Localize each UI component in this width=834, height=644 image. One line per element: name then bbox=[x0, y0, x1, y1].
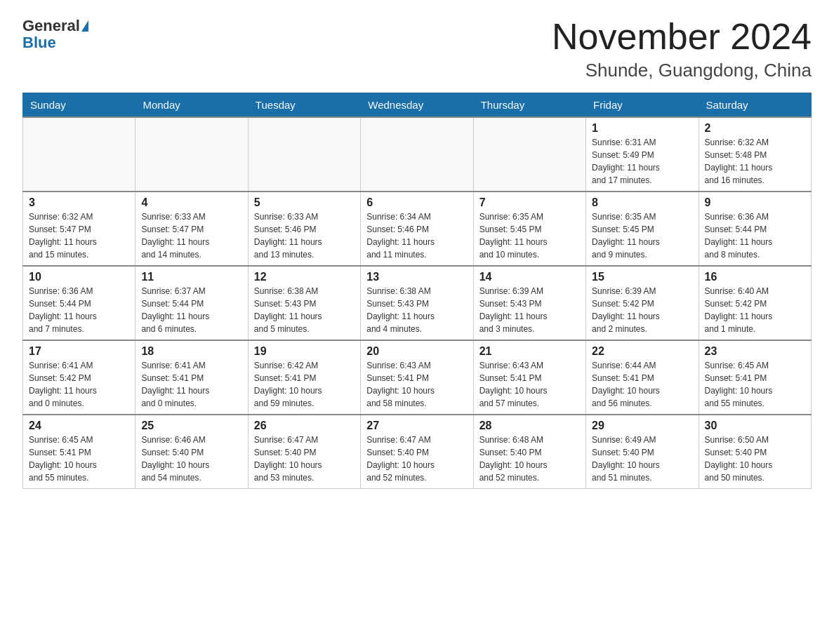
day-info: Sunrise: 6:41 AM Sunset: 5:42 PM Dayligh… bbox=[29, 359, 129, 410]
day-number: 6 bbox=[366, 196, 467, 209]
day-info: Sunrise: 6:33 AM Sunset: 5:46 PM Dayligh… bbox=[254, 210, 355, 261]
calendar-cell-w2d6: 16Sunrise: 6:40 AM Sunset: 5:42 PM Dayli… bbox=[699, 266, 811, 340]
calendar-cell-w1d4: 7Sunrise: 6:35 AM Sunset: 5:45 PM Daylig… bbox=[473, 192, 585, 266]
calendar-cell-w4d1: 25Sunrise: 6:46 AM Sunset: 5:40 PM Dayli… bbox=[135, 415, 248, 489]
day-number: 13 bbox=[366, 271, 467, 283]
calendar-header-tuesday: Tuesday bbox=[248, 93, 360, 118]
day-info: Sunrise: 6:37 AM Sunset: 5:44 PM Dayligh… bbox=[141, 285, 241, 335]
calendar-cell-w1d5: 8Sunrise: 6:35 AM Sunset: 5:45 PM Daylig… bbox=[586, 192, 699, 266]
day-info: Sunrise: 6:38 AM Sunset: 5:43 PM Dayligh… bbox=[366, 285, 467, 335]
day-number: 21 bbox=[479, 345, 580, 358]
day-info: Sunrise: 6:50 AM Sunset: 5:40 PM Dayligh… bbox=[705, 434, 805, 484]
day-info: Sunrise: 6:45 AM Sunset: 5:41 PM Dayligh… bbox=[29, 434, 129, 484]
day-number: 30 bbox=[705, 420, 805, 432]
day-number: 2 bbox=[705, 122, 805, 135]
day-info: Sunrise: 6:36 AM Sunset: 5:44 PM Dayligh… bbox=[705, 210, 805, 261]
calendar-cell-w1d0: 3Sunrise: 6:32 AM Sunset: 5:47 PM Daylig… bbox=[23, 192, 135, 266]
calendar-week-row-3: 17Sunrise: 6:41 AM Sunset: 5:42 PM Dayli… bbox=[23, 340, 812, 415]
calendar-cell-w1d2: 5Sunrise: 6:33 AM Sunset: 5:46 PM Daylig… bbox=[248, 192, 360, 266]
calendar-week-row-0: 1Sunrise: 6:31 AM Sunset: 5:49 PM Daylig… bbox=[23, 117, 812, 192]
calendar-cell-w4d5: 29Sunrise: 6:49 AM Sunset: 5:40 PM Dayli… bbox=[586, 415, 699, 489]
calendar-week-row-4: 24Sunrise: 6:45 AM Sunset: 5:41 PM Dayli… bbox=[23, 415, 812, 489]
title-area: November 2024 Shunde, Guangdong, China bbox=[552, 17, 812, 81]
logo-arrow-icon bbox=[81, 20, 88, 32]
calendar-cell-w3d1: 18Sunrise: 6:41 AM Sunset: 5:41 PM Dayli… bbox=[135, 340, 248, 415]
day-info: Sunrise: 6:43 AM Sunset: 5:41 PM Dayligh… bbox=[366, 359, 467, 410]
calendar-cell-w0d2 bbox=[248, 117, 360, 192]
calendar-header-row: SundayMondayTuesdayWednesdayThursdayFrid… bbox=[23, 93, 812, 118]
day-info: Sunrise: 6:33 AM Sunset: 5:47 PM Dayligh… bbox=[141, 210, 241, 261]
day-info: Sunrise: 6:34 AM Sunset: 5:46 PM Dayligh… bbox=[366, 210, 467, 261]
calendar-cell-w1d1: 4Sunrise: 6:33 AM Sunset: 5:47 PM Daylig… bbox=[135, 192, 248, 266]
calendar-header-saturday: Saturday bbox=[699, 93, 811, 118]
day-number: 1 bbox=[592, 122, 692, 135]
day-info: Sunrise: 6:49 AM Sunset: 5:40 PM Dayligh… bbox=[592, 434, 692, 484]
calendar-cell-w2d1: 11Sunrise: 6:37 AM Sunset: 5:44 PM Dayli… bbox=[135, 266, 248, 340]
day-info: Sunrise: 6:48 AM Sunset: 5:40 PM Dayligh… bbox=[479, 434, 580, 484]
day-number: 12 bbox=[254, 271, 355, 283]
calendar-cell-w3d5: 22Sunrise: 6:44 AM Sunset: 5:41 PM Dayli… bbox=[586, 340, 699, 415]
day-number: 27 bbox=[366, 420, 467, 432]
calendar-cell-w2d2: 12Sunrise: 6:38 AM Sunset: 5:43 PM Dayli… bbox=[248, 266, 360, 340]
day-info: Sunrise: 6:47 AM Sunset: 5:40 PM Dayligh… bbox=[254, 434, 355, 484]
calendar-cell-w4d0: 24Sunrise: 6:45 AM Sunset: 5:41 PM Dayli… bbox=[23, 415, 135, 489]
day-number: 8 bbox=[592, 196, 692, 209]
calendar-cell-w3d3: 20Sunrise: 6:43 AM Sunset: 5:41 PM Dayli… bbox=[361, 340, 473, 415]
calendar-cell-w0d5: 1Sunrise: 6:31 AM Sunset: 5:49 PM Daylig… bbox=[586, 117, 699, 192]
day-number: 16 bbox=[705, 271, 805, 283]
calendar-cell-w2d4: 14Sunrise: 6:39 AM Sunset: 5:43 PM Dayli… bbox=[473, 266, 585, 340]
day-info: Sunrise: 6:35 AM Sunset: 5:45 PM Dayligh… bbox=[592, 210, 692, 261]
calendar-cell-w2d3: 13Sunrise: 6:38 AM Sunset: 5:43 PM Dayli… bbox=[361, 266, 473, 340]
logo-blue-text: Blue bbox=[22, 34, 56, 52]
calendar-cell-w4d4: 28Sunrise: 6:48 AM Sunset: 5:40 PM Dayli… bbox=[473, 415, 585, 489]
day-info: Sunrise: 6:46 AM Sunset: 5:40 PM Dayligh… bbox=[141, 434, 241, 484]
logo: General Blue bbox=[22, 17, 90, 52]
day-info: Sunrise: 6:39 AM Sunset: 5:42 PM Dayligh… bbox=[592, 285, 692, 335]
calendar-week-row-2: 10Sunrise: 6:36 AM Sunset: 5:44 PM Dayli… bbox=[23, 266, 812, 340]
day-info: Sunrise: 6:36 AM Sunset: 5:44 PM Dayligh… bbox=[29, 285, 129, 335]
header: General Blue November 2024 Shunde, Guang… bbox=[22, 17, 812, 81]
calendar-cell-w0d3 bbox=[361, 117, 473, 192]
calendar-cell-w0d1 bbox=[135, 117, 248, 192]
calendar-cell-w1d3: 6Sunrise: 6:34 AM Sunset: 5:46 PM Daylig… bbox=[361, 192, 473, 266]
day-info: Sunrise: 6:40 AM Sunset: 5:42 PM Dayligh… bbox=[705, 285, 805, 335]
calendar-cell-w3d2: 19Sunrise: 6:42 AM Sunset: 5:41 PM Dayli… bbox=[248, 340, 360, 415]
day-info: Sunrise: 6:44 AM Sunset: 5:41 PM Dayligh… bbox=[592, 359, 692, 410]
day-number: 19 bbox=[254, 345, 355, 358]
calendar-cell-w0d0 bbox=[23, 117, 135, 192]
day-number: 9 bbox=[705, 196, 805, 209]
calendar-cell-w1d6: 9Sunrise: 6:36 AM Sunset: 5:44 PM Daylig… bbox=[699, 192, 811, 266]
day-info: Sunrise: 6:41 AM Sunset: 5:41 PM Dayligh… bbox=[141, 359, 241, 410]
day-number: 11 bbox=[141, 271, 241, 283]
calendar-cell-w0d6: 2Sunrise: 6:32 AM Sunset: 5:48 PM Daylig… bbox=[699, 117, 811, 192]
day-number: 28 bbox=[479, 420, 580, 432]
calendar-header-wednesday: Wednesday bbox=[361, 93, 473, 118]
day-info: Sunrise: 6:42 AM Sunset: 5:41 PM Dayligh… bbox=[254, 359, 355, 410]
day-number: 23 bbox=[705, 345, 805, 358]
day-number: 14 bbox=[479, 271, 580, 283]
day-info: Sunrise: 6:32 AM Sunset: 5:48 PM Dayligh… bbox=[705, 136, 805, 187]
calendar-header-thursday: Thursday bbox=[473, 93, 585, 118]
day-info: Sunrise: 6:43 AM Sunset: 5:41 PM Dayligh… bbox=[479, 359, 580, 410]
calendar-cell-w4d3: 27Sunrise: 6:47 AM Sunset: 5:40 PM Dayli… bbox=[361, 415, 473, 489]
day-number: 5 bbox=[254, 196, 355, 209]
day-info: Sunrise: 6:47 AM Sunset: 5:40 PM Dayligh… bbox=[366, 434, 467, 484]
location-title: Shunde, Guangdong, China bbox=[552, 60, 812, 81]
day-number: 10 bbox=[29, 271, 129, 283]
calendar-cell-w4d2: 26Sunrise: 6:47 AM Sunset: 5:40 PM Dayli… bbox=[248, 415, 360, 489]
calendar-header-sunday: Sunday bbox=[23, 93, 135, 118]
day-number: 25 bbox=[141, 420, 241, 432]
day-number: 22 bbox=[592, 345, 692, 358]
calendar-cell-w3d0: 17Sunrise: 6:41 AM Sunset: 5:42 PM Dayli… bbox=[23, 340, 135, 415]
day-info: Sunrise: 6:38 AM Sunset: 5:43 PM Dayligh… bbox=[254, 285, 355, 335]
day-number: 26 bbox=[254, 420, 355, 432]
day-number: 3 bbox=[29, 196, 129, 209]
calendar-cell-w3d4: 21Sunrise: 6:43 AM Sunset: 5:41 PM Dayli… bbox=[473, 340, 585, 415]
month-title: November 2024 bbox=[552, 17, 812, 57]
day-info: Sunrise: 6:35 AM Sunset: 5:45 PM Dayligh… bbox=[479, 210, 580, 261]
day-number: 24 bbox=[29, 420, 129, 432]
day-number: 15 bbox=[592, 271, 692, 283]
calendar-cell-w4d6: 30Sunrise: 6:50 AM Sunset: 5:40 PM Dayli… bbox=[699, 415, 811, 489]
calendar-table: SundayMondayTuesdayWednesdayThursdayFrid… bbox=[22, 93, 812, 489]
day-number: 20 bbox=[366, 345, 467, 358]
